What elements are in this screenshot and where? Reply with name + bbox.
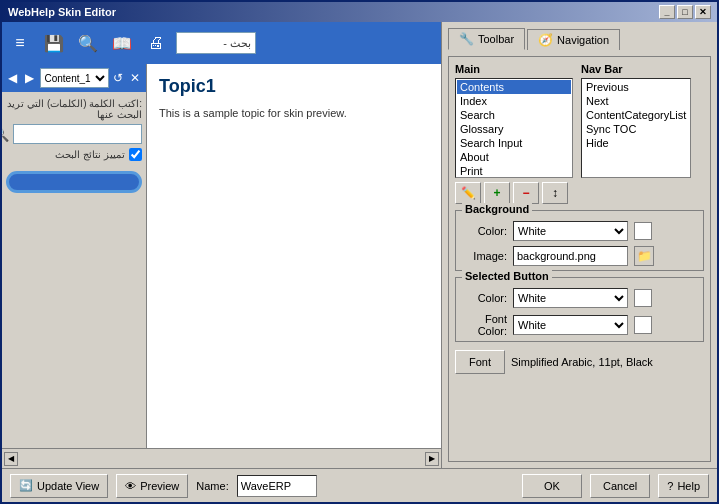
list-item-sync-toc[interactable]: Sync TOC <box>583 122 689 136</box>
selected-button-section-label: Selected Button <box>462 270 552 282</box>
update-view-icon: 🔄 <box>19 479 33 492</box>
toolbar-search-input[interactable] <box>176 32 256 54</box>
scroll-left-button[interactable]: ◀ <box>4 452 18 466</box>
toolbar-icon-save[interactable]: 💾 <box>40 29 68 57</box>
nav-close-button[interactable]: ✕ <box>128 68 142 88</box>
selected-button-font-color-select[interactable]: White Black Gray <box>513 315 628 335</box>
highlight-check-row: تمييز نتائج البحث <box>6 148 142 161</box>
background-section-label: Background <box>462 203 532 215</box>
help-icon: ? <box>667 480 673 492</box>
highlight-checkbox[interactable] <box>129 148 142 161</box>
scroll-indicator <box>6 171 142 193</box>
list-item-index[interactable]: Index <box>457 94 571 108</box>
list-item-search-input[interactable]: Search Input <box>457 136 571 150</box>
selected-button-content: Color: White Black Gray Font Color: <box>462 288 697 337</box>
add-button[interactable]: + <box>484 182 510 204</box>
selected-button-color-select[interactable]: White Black Gray <box>513 288 628 308</box>
selected-button-font-color-preview <box>634 316 652 334</box>
help-button[interactable]: ? Help <box>658 474 709 498</box>
topic-area: Topic1 This is a sample topic for skin p… <box>147 64 441 448</box>
highlight-label: تمييز نتائج البحث <box>55 149 125 160</box>
main-content: ≡ 💾 🔍 📖 🖨 ◀ ▶ Content_1 <box>2 22 717 468</box>
list-item-next[interactable]: Next <box>583 94 689 108</box>
list-item-print[interactable]: Print <box>457 164 571 178</box>
main-list-group: Main Contents Index Search Glossary Sear… <box>455 63 573 204</box>
font-button[interactable]: Font <box>455 350 505 374</box>
search-instruction-label: :اكتب الكلمة (الكلمات) التي تريد البحث ع… <box>6 98 142 120</box>
tab-navigation[interactable]: 🧭 Navigation <box>527 29 620 50</box>
preview-toolbar: ≡ 💾 🔍 📖 🖨 <box>2 22 441 64</box>
preview-nav: ◀ ▶ Content_1 ↺ ✕ :اكتب الكلمة (الكلمات)… <box>2 64 147 448</box>
nav-bar-list-box: Previous Next ContentCategoryList Sync T… <box>581 78 691 178</box>
tab-toolbar[interactable]: 🔧 Toolbar <box>448 28 525 50</box>
edit-button[interactable]: ✏️ <box>455 182 481 204</box>
background-color-preview <box>634 222 652 240</box>
cancel-button[interactable]: Cancel <box>590 474 650 498</box>
selected-button-color-preview <box>634 289 652 307</box>
nav-forward-button[interactable]: ▶ <box>23 68 37 88</box>
preview-button[interactable]: 👁 Preview <box>116 474 188 498</box>
selected-button-font-color-row: Font Color: White Black Gray <box>462 313 697 337</box>
main-list-label: Main <box>455 63 573 75</box>
browse-button[interactable]: 📁 <box>634 246 654 266</box>
toolbar-icon-print[interactable]: 🖨 <box>142 29 170 57</box>
ok-button[interactable]: OK <box>522 474 582 498</box>
background-section: Background Color: White Black Gray Custo… <box>455 210 704 271</box>
list-item-glossary[interactable]: Glossary <box>457 122 571 136</box>
update-view-button[interactable]: 🔄 Update View <box>10 474 108 498</box>
list-item-about[interactable]: About <box>457 150 571 164</box>
nav-combo[interactable]: Content_1 <box>40 68 109 88</box>
background-image-label: Image: <box>462 250 507 262</box>
selected-button-color-label: Color: <box>462 292 507 304</box>
update-view-label: Update View <box>37 480 99 492</box>
name-label: Name: <box>196 480 228 492</box>
minimize-button[interactable]: _ <box>659 5 675 19</box>
close-button[interactable]: ✕ <box>695 5 711 19</box>
search-go-icon[interactable]: 🔍 <box>2 124 9 144</box>
preview-icon: 👁 <box>125 480 136 492</box>
panel-content: Main Contents Index Search Glossary Sear… <box>448 56 711 462</box>
background-image-input[interactable] <box>513 246 628 266</box>
list-item-search[interactable]: Search <box>457 108 571 122</box>
maximize-button[interactable]: □ <box>677 5 693 19</box>
nav-search-input[interactable] <box>13 124 142 144</box>
list-area: Main Contents Index Search Glossary Sear… <box>455 63 704 204</box>
list-item-previous[interactable]: Previous <box>583 80 689 94</box>
font-description: Simplified Arabic, 11pt, Black <box>511 356 653 368</box>
topic-body: This is a sample topic for skin preview. <box>159 105 429 122</box>
background-image-row: Image: 📁 <box>462 246 697 266</box>
bottom-bar: 🔄 Update View 👁 Preview Name: OK Cancel … <box>2 468 717 502</box>
scroll-right-button[interactable]: ▶ <box>425 452 439 466</box>
name-input[interactable] <box>237 475 317 497</box>
background-section-content: Color: White Black Gray Custom... Image: <box>462 221 697 266</box>
move-button[interactable]: ↕ <box>542 182 568 204</box>
help-label: Help <box>677 480 700 492</box>
nav-search-area: :اكتب الكلمة (الكلمات) التي تريد البحث ع… <box>2 92 146 167</box>
tab-bar: 🔧 Toolbar 🧭 Navigation <box>448 28 711 50</box>
background-color-row: Color: White Black Gray Custom... <box>462 221 697 241</box>
toolbar-icon-menu[interactable]: ≡ <box>6 29 34 57</box>
font-row: Font Simplified Arabic, 11pt, Black <box>455 350 704 374</box>
list-item-hide[interactable]: Hide <box>583 136 689 150</box>
remove-button[interactable]: − <box>513 182 539 204</box>
nav-tab-bar: ◀ ▶ Content_1 ↺ ✕ <box>2 64 146 92</box>
toolbar-icon-search[interactable]: 🔍 <box>74 29 102 57</box>
nav-bar-list-label: Nav Bar <box>581 63 691 75</box>
preview-panel: ≡ 💾 🔍 📖 🖨 ◀ ▶ Content_1 <box>2 22 442 468</box>
selected-button-font-color-label: Font Color: <box>462 313 507 337</box>
scroll-track <box>18 454 425 464</box>
toolbar-tab-label: Toolbar <box>478 33 514 45</box>
list-item-content-category[interactable]: ContentCategoryList <box>583 108 689 122</box>
window-title: WebHelp Skin Editor <box>8 6 116 18</box>
nav-search-input-wrap: 🔍 <box>6 124 142 144</box>
preview-body: ◀ ▶ Content_1 ↺ ✕ :اكتب الكلمة (الكلمات)… <box>2 64 441 448</box>
title-bar-controls: _ □ ✕ <box>659 5 711 19</box>
navigation-tab-label: Navigation <box>557 34 609 46</box>
preview-scrollbar[interactable]: ◀ ▶ <box>2 448 441 468</box>
background-color-select[interactable]: White Black Gray Custom... <box>513 221 628 241</box>
toolbar-tab-icon: 🔧 <box>459 32 474 46</box>
nav-refresh-button[interactable]: ↺ <box>112 68 126 88</box>
nav-back-button[interactable]: ◀ <box>6 68 20 88</box>
list-item-contents[interactable]: Contents <box>457 80 571 94</box>
toolbar-icon-book[interactable]: 📖 <box>108 29 136 57</box>
